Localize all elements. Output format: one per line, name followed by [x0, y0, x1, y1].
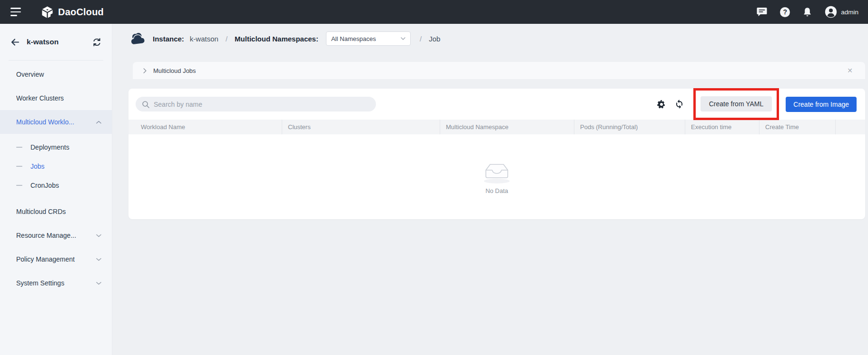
column-header-workload-name[interactable]: Workload Name — [128, 120, 282, 134]
messages-icon[interactable] — [757, 7, 767, 17]
column-header-pods[interactable]: Pods (Running/Total) — [574, 120, 685, 134]
sidebar-item-policy-management[interactable]: Policy Management — [0, 247, 112, 271]
cloud-icon — [129, 32, 147, 45]
search-input[interactable] — [154, 101, 370, 108]
close-icon[interactable]: ✕ — [847, 67, 853, 74]
table-header-row: Workload Name Clusters Multicloud Namesp… — [128, 120, 865, 134]
back-arrow-icon[interactable] — [10, 38, 20, 46]
notifications-bell-icon[interactable] — [803, 7, 812, 17]
chevron-up-icon — [96, 121, 101, 124]
empty-state: No Data — [128, 134, 865, 219]
dash-icon — [16, 166, 22, 167]
instance-title: k-watson — [27, 38, 59, 46]
empty-state-text: No Data — [485, 187, 508, 194]
search-icon — [142, 101, 149, 108]
sidebar: k-watson Overview Worker Clusters Multic… — [0, 24, 112, 355]
dash-icon — [16, 185, 22, 186]
refresh-icon[interactable] — [675, 99, 684, 109]
page-title: Job — [429, 35, 440, 43]
dash-icon — [16, 147, 22, 148]
sidebar-item-system-settings[interactable]: System Settings — [0, 271, 112, 295]
sidebar-item-deployments[interactable]: Deployments — [0, 138, 112, 157]
empty-box-icon — [481, 160, 513, 184]
namespace-select[interactable]: All Namespaces — [326, 31, 411, 46]
create-from-image-button[interactable]: Create from Image — [786, 97, 857, 112]
page-tab-bar: Multicloud Jobs ✕ — [133, 62, 865, 79]
highlight-box: Create from YAML — [693, 88, 779, 120]
help-icon[interactable]: ? — [780, 7, 790, 17]
namespaces-label: Multicloud Namespaces: — [235, 35, 318, 43]
sidebar-item-worker-clusters[interactable]: Worker Clusters — [0, 86, 112, 110]
switch-instance-icon[interactable] — [92, 38, 101, 46]
sidebar-item-multicloud-workloads[interactable]: Multicloud Worklo... — [0, 110, 112, 134]
top-bar: DaoCloud ? — [0, 0, 868, 24]
instance-label: Instance: — [153, 35, 184, 43]
user-avatar-icon — [825, 6, 837, 18]
user-name: admin — [841, 9, 858, 16]
chevron-down-icon — [96, 234, 101, 237]
chevron-down-icon — [96, 282, 101, 285]
jobs-panel: Create from YAML Create from Image Workl… — [128, 89, 865, 219]
sidebar-item-multicloud-crds[interactable]: Multicloud CRDs — [0, 200, 112, 223]
brand-logo[interactable]: DaoCloud — [41, 6, 104, 19]
chevron-down-icon — [401, 37, 405, 40]
sidebar-item-cronjobs[interactable]: CronJobs — [0, 176, 112, 195]
column-header-clusters[interactable]: Clusters — [282, 120, 440, 134]
gear-icon[interactable] — [657, 100, 666, 109]
daocloud-cube-icon — [41, 6, 54, 19]
namespace-selected-value: All Namespaces — [331, 35, 376, 42]
chevron-down-icon — [96, 258, 101, 261]
user-menu[interactable]: admin — [825, 6, 858, 18]
main-area: Instance: k-watson / Multicloud Namespac… — [112, 24, 868, 355]
column-header-multicloud-namespace[interactable]: Multicloud Namespace — [440, 120, 574, 134]
hamburger-menu-icon[interactable] — [10, 8, 22, 16]
create-from-yaml-button[interactable]: Create from YAML — [700, 96, 772, 112]
column-header-execution-time[interactable]: Execution time — [685, 120, 760, 134]
tab-title: Multicloud Jobs — [153, 67, 196, 74]
sidebar-item-overview[interactable]: Overview — [0, 62, 112, 86]
sidebar-item-jobs[interactable]: Jobs — [0, 157, 112, 176]
breadcrumb-separator: / — [226, 35, 227, 43]
instance-value[interactable]: k-watson — [190, 35, 218, 43]
chevron-right-icon[interactable] — [143, 68, 147, 73]
instance-header: Instance: k-watson / Multicloud Namespac… — [112, 24, 868, 53]
brand-name: DaoCloud — [58, 7, 104, 18]
column-header-actions — [836, 120, 865, 134]
breadcrumb-separator: / — [420, 35, 422, 43]
toolbar: Create from YAML Create from Image — [128, 89, 865, 120]
sidebar-item-resource-management[interactable]: Resource Manage... — [0, 223, 112, 247]
column-header-create-time[interactable]: Create Time — [760, 120, 836, 134]
search-box[interactable] — [136, 97, 376, 112]
